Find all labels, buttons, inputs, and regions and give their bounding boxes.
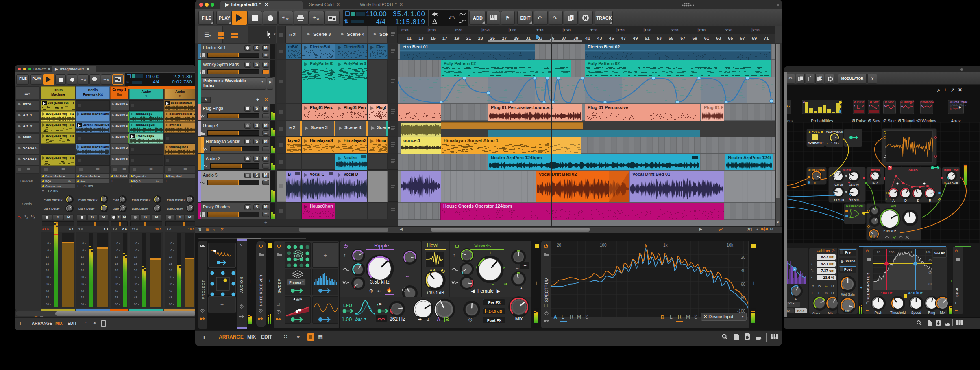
- svg-text:60 -: 60 -: [134, 302, 139, 306]
- svg-text:42 -: 42 -: [115, 289, 120, 293]
- svg-text:10k: 10k: [926, 250, 931, 254]
- svg-text:6 -: 6 -: [47, 248, 51, 252]
- svg-text:-80: -80: [740, 296, 746, 300]
- svg-text:100: 100: [889, 250, 895, 254]
- svg-text:24 -: 24 -: [169, 269, 174, 272]
- svg-text:6 -: 6 -: [135, 248, 139, 252]
- svg-text:30 -: 30 -: [46, 275, 51, 279]
- svg-text:36 -: 36 -: [46, 282, 51, 286]
- svg-text:100: 100: [600, 243, 607, 247]
- svg-text:-40: -40: [928, 259, 932, 262]
- svg-text:0 -: 0 -: [82, 241, 86, 245]
- svg-text:18 -: 18 -: [169, 262, 174, 265]
- svg-text:18 -: 18 -: [115, 262, 120, 265]
- svg-text:36 -: 36 -: [169, 282, 174, 286]
- svg-text:12 -: 12 -: [81, 255, 86, 258]
- svg-text:48 -: 48 -: [134, 296, 139, 299]
- svg-text:48 -: 48 -: [169, 296, 174, 299]
- svg-text:1k: 1k: [663, 243, 668, 247]
- svg-text:42 -: 42 -: [169, 289, 174, 293]
- svg-text:36 -: 36 -: [134, 282, 139, 286]
- svg-text:30 -: 30 -: [169, 275, 174, 279]
- svg-text:20: 20: [557, 243, 562, 247]
- svg-text:-80: -80: [928, 282, 932, 285]
- svg-text:60 -: 60 -: [115, 302, 120, 306]
- svg-text:30 -: 30 -: [134, 275, 139, 279]
- svg-text:48 -: 48 -: [46, 296, 51, 299]
- svg-text:18 -: 18 -: [134, 262, 139, 265]
- svg-text:18 -: 18 -: [81, 262, 86, 265]
- svg-text:12 -: 12 -: [169, 255, 174, 258]
- svg-text:6 -: 6 -: [116, 248, 120, 252]
- svg-text:0 -: 0 -: [116, 241, 120, 245]
- svg-text:36 -: 36 -: [81, 282, 86, 286]
- svg-text:24 -: 24 -: [81, 269, 86, 272]
- svg-text:18 -: 18 -: [46, 262, 51, 265]
- svg-text:12 -: 12 -: [46, 255, 51, 258]
- svg-text:12 -: 12 -: [134, 255, 139, 258]
- svg-text:-40: -40: [740, 269, 746, 273]
- svg-text:20: 20: [877, 250, 880, 254]
- svg-text:24 -: 24 -: [134, 269, 139, 272]
- svg-text:60 -: 60 -: [81, 302, 86, 306]
- svg-text:+: +: [571, 16, 573, 20]
- svg-text:30 -: 30 -: [81, 275, 86, 279]
- svg-text:-60: -60: [740, 282, 746, 287]
- svg-text:60 -: 60 -: [169, 302, 174, 306]
- svg-text:0 -: 0 -: [170, 241, 174, 245]
- svg-text:12 -: 12 -: [115, 255, 120, 258]
- svg-text:H: H: [794, 268, 795, 271]
- svg-text:6 -: 6 -: [82, 248, 86, 252]
- svg-text:60 -: 60 -: [46, 302, 51, 306]
- svg-text:0 -: 0 -: [135, 241, 139, 245]
- svg-text:-20: -20: [740, 255, 746, 260]
- svg-text:42 -: 42 -: [46, 289, 51, 293]
- svg-text:1k: 1k: [909, 250, 913, 254]
- svg-text:24 -: 24 -: [115, 269, 120, 272]
- svg-text:42 -: 42 -: [134, 289, 139, 293]
- svg-text:36 -: 36 -: [115, 282, 120, 286]
- svg-text:24 -: 24 -: [46, 269, 51, 272]
- svg-text:30 -: 30 -: [115, 275, 120, 279]
- svg-text:+: +: [821, 77, 823, 80]
- svg-text:48 -: 48 -: [81, 296, 86, 299]
- svg-text:48 -: 48 -: [115, 296, 120, 299]
- svg-text:42 -: 42 -: [81, 289, 86, 293]
- svg-text:-60: -60: [928, 271, 932, 274]
- svg-text:10k: 10k: [727, 243, 734, 247]
- svg-text:0 -: 0 -: [47, 241, 51, 245]
- svg-text:6 -: 6 -: [170, 248, 174, 252]
